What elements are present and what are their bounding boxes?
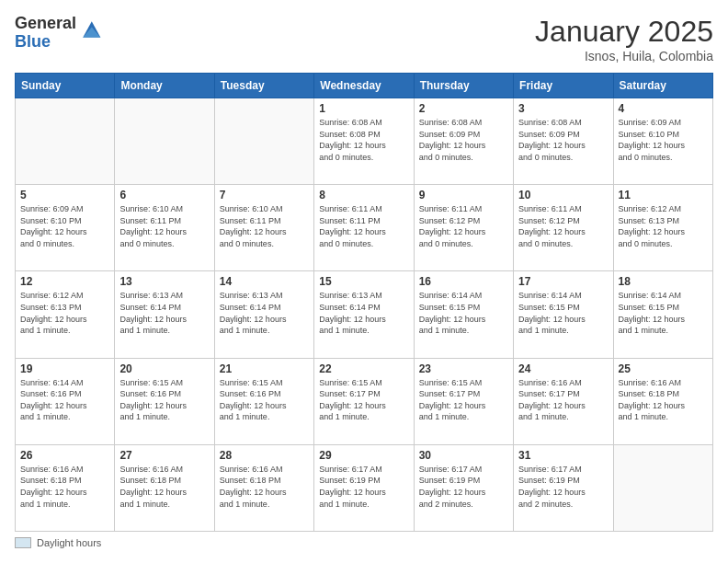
day-info-text: Sunrise: 6:13 AM Sunset: 6:14 PM Dayligh… xyxy=(220,290,309,336)
calendar-week-row: 26Sunrise: 6:16 AM Sunset: 6:18 PM Dayli… xyxy=(16,444,713,531)
header: General Blue January 2025 Isnos, Huila, … xyxy=(15,15,713,63)
calendar-day-cell: 18Sunrise: 6:14 AM Sunset: 6:15 PM Dayli… xyxy=(613,271,712,358)
day-number: 4 xyxy=(619,102,708,115)
day-number: 22 xyxy=(319,362,408,375)
day-number: 17 xyxy=(518,275,608,288)
calendar-day-cell: 1Sunrise: 6:08 AM Sunset: 6:08 PM Daylig… xyxy=(314,98,414,185)
day-info-text: Sunrise: 6:16 AM Sunset: 6:18 PM Dayligh… xyxy=(119,464,209,510)
day-info-text: Sunrise: 6:17 AM Sunset: 6:19 PM Dayligh… xyxy=(518,464,608,510)
day-info-text: Sunrise: 6:13 AM Sunset: 6:14 PM Dayligh… xyxy=(319,290,408,336)
day-info-text: Sunrise: 6:15 AM Sunset: 6:17 PM Dayligh… xyxy=(319,377,408,423)
day-info-text: Sunrise: 6:08 AM Sunset: 6:09 PM Dayligh… xyxy=(518,117,608,163)
calendar-week-row: 12Sunrise: 6:12 AM Sunset: 6:13 PM Dayli… xyxy=(16,271,713,358)
day-number: 11 xyxy=(619,189,708,201)
day-number: 16 xyxy=(419,275,508,288)
day-info-text: Sunrise: 6:16 AM Sunset: 6:17 PM Dayligh… xyxy=(518,377,608,423)
day-info-text: Sunrise: 6:14 AM Sunset: 6:16 PM Dayligh… xyxy=(20,377,109,423)
calendar-footer: Daylight hours xyxy=(15,537,713,548)
calendar-header-wednesday: Wednesday xyxy=(314,74,414,98)
day-info-text: Sunrise: 6:10 AM Sunset: 6:11 PM Dayligh… xyxy=(220,203,309,249)
day-number: 1 xyxy=(319,102,408,115)
day-number: 23 xyxy=(419,362,508,375)
day-info-text: Sunrise: 6:11 AM Sunset: 6:12 PM Dayligh… xyxy=(518,203,608,249)
calendar-day-cell: 26Sunrise: 6:16 AM Sunset: 6:18 PM Dayli… xyxy=(16,444,115,531)
day-number: 19 xyxy=(20,362,109,375)
day-number: 15 xyxy=(319,275,408,288)
calendar-header-thursday: Thursday xyxy=(414,74,513,98)
day-number: 14 xyxy=(220,275,309,288)
calendar-day-cell: 6Sunrise: 6:10 AM Sunset: 6:11 PM Daylig… xyxy=(115,185,214,271)
day-info-text: Sunrise: 6:17 AM Sunset: 6:19 PM Dayligh… xyxy=(419,464,508,510)
svg-marker-1 xyxy=(83,27,100,37)
day-info-text: Sunrise: 6:08 AM Sunset: 6:09 PM Dayligh… xyxy=(419,117,508,163)
calendar-day-cell: 23Sunrise: 6:15 AM Sunset: 6:17 PM Dayli… xyxy=(414,358,513,444)
calendar-day-cell xyxy=(16,98,115,185)
calendar-day-cell: 11Sunrise: 6:12 AM Sunset: 6:13 PM Dayli… xyxy=(613,185,712,271)
day-number: 31 xyxy=(518,449,608,462)
title-block: January 2025 Isnos, Huila, Colombia xyxy=(535,15,713,63)
calendar-day-cell: 27Sunrise: 6:16 AM Sunset: 6:18 PM Dayli… xyxy=(115,444,214,531)
day-number: 2 xyxy=(419,102,508,115)
day-info-text: Sunrise: 6:16 AM Sunset: 6:18 PM Dayligh… xyxy=(619,377,708,423)
day-info-text: Sunrise: 6:16 AM Sunset: 6:18 PM Dayligh… xyxy=(20,464,109,510)
day-info-text: Sunrise: 6:14 AM Sunset: 6:15 PM Dayligh… xyxy=(518,290,608,336)
day-number: 6 xyxy=(119,189,209,201)
day-info-text: Sunrise: 6:11 AM Sunset: 6:11 PM Dayligh… xyxy=(319,203,408,249)
day-info-text: Sunrise: 6:14 AM Sunset: 6:15 PM Dayligh… xyxy=(619,290,708,336)
calendar-day-cell: 5Sunrise: 6:09 AM Sunset: 6:10 PM Daylig… xyxy=(16,185,115,271)
calendar-day-cell: 19Sunrise: 6:14 AM Sunset: 6:16 PM Dayli… xyxy=(16,358,115,444)
day-number: 5 xyxy=(20,189,109,201)
calendar-header-row: SundayMondayTuesdayWednesdayThursdayFrid… xyxy=(16,74,713,98)
calendar-day-cell: 3Sunrise: 6:08 AM Sunset: 6:09 PM Daylig… xyxy=(514,98,613,185)
day-info-text: Sunrise: 6:08 AM Sunset: 6:08 PM Dayligh… xyxy=(319,117,408,163)
calendar-day-cell: 22Sunrise: 6:15 AM Sunset: 6:17 PM Dayli… xyxy=(314,358,414,444)
calendar-day-cell: 31Sunrise: 6:17 AM Sunset: 6:19 PM Dayli… xyxy=(514,444,613,531)
calendar-header-sunday: Sunday xyxy=(16,74,115,98)
day-info-text: Sunrise: 6:11 AM Sunset: 6:12 PM Dayligh… xyxy=(419,203,508,249)
calendar-table: SundayMondayTuesdayWednesdayThursdayFrid… xyxy=(15,73,713,532)
day-number: 30 xyxy=(419,449,508,462)
calendar-day-cell: 24Sunrise: 6:16 AM Sunset: 6:17 PM Dayli… xyxy=(514,358,613,444)
day-info-text: Sunrise: 6:16 AM Sunset: 6:18 PM Dayligh… xyxy=(220,464,309,510)
calendar-week-row: 1Sunrise: 6:08 AM Sunset: 6:08 PM Daylig… xyxy=(16,98,713,185)
day-number: 21 xyxy=(220,362,309,375)
day-number: 20 xyxy=(119,362,209,375)
calendar-day-cell: 29Sunrise: 6:17 AM Sunset: 6:19 PM Dayli… xyxy=(314,444,414,531)
day-number: 9 xyxy=(419,189,508,201)
day-number: 8 xyxy=(319,189,408,201)
location-text: Isnos, Huila, Colombia xyxy=(535,49,713,63)
page: General Blue January 2025 Isnos, Huila, … xyxy=(0,0,728,563)
calendar-day-cell: 4Sunrise: 6:09 AM Sunset: 6:10 PM Daylig… xyxy=(613,98,712,185)
day-info-text: Sunrise: 6:09 AM Sunset: 6:10 PM Dayligh… xyxy=(619,117,708,163)
day-number: 12 xyxy=(20,275,109,288)
day-number: 7 xyxy=(220,189,309,201)
day-info-text: Sunrise: 6:13 AM Sunset: 6:14 PM Dayligh… xyxy=(119,290,209,336)
calendar-day-cell: 21Sunrise: 6:15 AM Sunset: 6:16 PM Dayli… xyxy=(214,358,313,444)
calendar-day-cell xyxy=(613,444,712,531)
day-number: 26 xyxy=(20,449,109,462)
calendar-day-cell: 15Sunrise: 6:13 AM Sunset: 6:14 PM Dayli… xyxy=(314,271,414,358)
calendar-day-cell: 17Sunrise: 6:14 AM Sunset: 6:15 PM Dayli… xyxy=(514,271,613,358)
calendar-day-cell: 7Sunrise: 6:10 AM Sunset: 6:11 PM Daylig… xyxy=(214,185,313,271)
logo-blue: Blue xyxy=(15,33,76,52)
calendar-week-row: 5Sunrise: 6:09 AM Sunset: 6:10 PM Daylig… xyxy=(16,185,713,271)
day-number: 28 xyxy=(220,449,309,462)
calendar-day-cell xyxy=(214,98,313,185)
day-info-text: Sunrise: 6:12 AM Sunset: 6:13 PM Dayligh… xyxy=(20,290,109,336)
day-info-text: Sunrise: 6:15 AM Sunset: 6:16 PM Dayligh… xyxy=(119,377,209,423)
day-number: 27 xyxy=(119,449,209,462)
calendar-day-cell: 13Sunrise: 6:13 AM Sunset: 6:14 PM Dayli… xyxy=(115,271,214,358)
day-info-text: Sunrise: 6:10 AM Sunset: 6:11 PM Dayligh… xyxy=(119,203,209,249)
day-number: 25 xyxy=(619,362,708,375)
day-info-text: Sunrise: 6:17 AM Sunset: 6:19 PM Dayligh… xyxy=(319,464,408,510)
calendar-day-cell: 20Sunrise: 6:15 AM Sunset: 6:16 PM Dayli… xyxy=(115,358,214,444)
calendar-header-monday: Monday xyxy=(115,74,214,98)
day-info-text: Sunrise: 6:12 AM Sunset: 6:13 PM Dayligh… xyxy=(619,203,708,249)
calendar-day-cell: 10Sunrise: 6:11 AM Sunset: 6:12 PM Dayli… xyxy=(514,185,613,271)
logo: General Blue xyxy=(15,15,102,52)
calendar-header-friday: Friday xyxy=(514,74,613,98)
calendar-header-tuesday: Tuesday xyxy=(214,74,313,98)
day-number: 10 xyxy=(518,189,608,201)
day-info-text: Sunrise: 6:15 AM Sunset: 6:16 PM Dayligh… xyxy=(220,377,309,423)
calendar-day-cell: 14Sunrise: 6:13 AM Sunset: 6:14 PM Dayli… xyxy=(214,271,313,358)
